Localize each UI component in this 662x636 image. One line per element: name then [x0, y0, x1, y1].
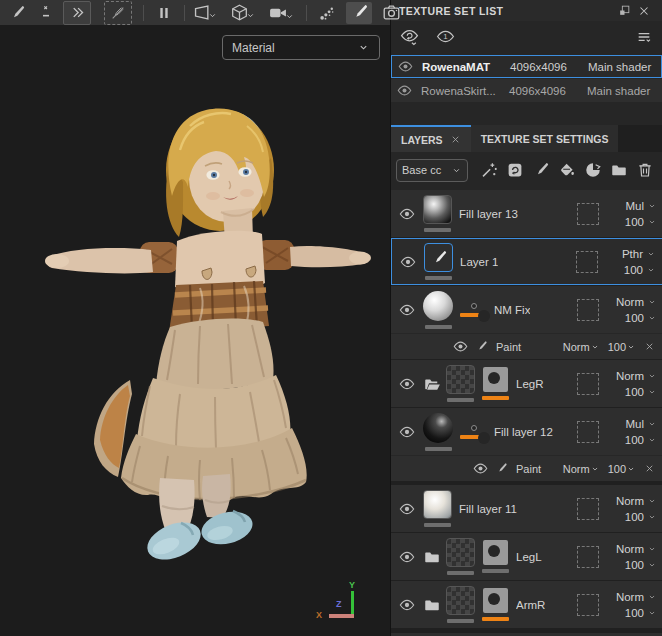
expand-tools-icon[interactable]	[63, 1, 91, 25]
close-icon[interactable]	[634, 2, 654, 20]
perspective-view-dropdown[interactable]	[192, 3, 218, 22]
remove-effect-icon[interactable]	[644, 463, 655, 474]
layer-row-legr[interactable]: LegR Norm 100	[391, 360, 662, 407]
group-mask-thumbnail[interactable]	[483, 540, 508, 565]
blend-mode-dropdown[interactable]: Norm	[616, 495, 657, 507]
axis-gizmo[interactable]: Y Z X	[316, 580, 372, 630]
blend-mode-dropdown[interactable]: Norm	[616, 296, 657, 308]
add-paint-layer-icon[interactable]	[528, 157, 554, 183]
opacity-dropdown[interactable]: 100	[625, 434, 657, 446]
group-thumbnail[interactable]	[446, 586, 475, 615]
opacity-dropdown[interactable]: 100	[608, 341, 636, 353]
add-effect-wand-icon[interactable]	[476, 157, 502, 183]
group-mask-thumbnail[interactable]	[483, 367, 508, 392]
eye-icon[interactable]	[397, 83, 412, 98]
eye-icon[interactable]	[473, 461, 488, 476]
viewport-3d[interactable]: Material Y Z X	[0, 0, 390, 636]
layer-row-fill-layer-12[interactable]: Fill layer 12 Mul 100	[391, 408, 662, 455]
eye-icon[interactable]	[453, 339, 468, 354]
geometry-view-dropdown[interactable]	[230, 3, 256, 22]
mask-slot-placeholder[interactable]	[577, 299, 599, 321]
add-fill-layer-icon[interactable]	[554, 157, 580, 183]
blend-mode-dropdown[interactable]: Mul	[625, 200, 657, 212]
layer-mask-thumbnail[interactable]	[471, 303, 477, 309]
mask-slot-placeholder[interactable]	[577, 421, 599, 443]
texture-set-row-rowenaskirt[interactable]: RowenaSkirt... 4096x4096 Main shader	[391, 79, 662, 102]
eye-icon[interactable]	[399, 549, 417, 565]
folder-icon[interactable]	[423, 548, 442, 566]
layer-row-layer-1[interactable]: Layer 1 Pthr 100	[391, 238, 662, 285]
layer-thumbnail[interactable]	[423, 195, 452, 224]
layer-row-legl[interactable]: LegL Norm 100	[391, 533, 662, 580]
layer-thumbnail[interactable]	[423, 291, 453, 321]
layer-row-nm-fix[interactable]: NM Fix Norm 100	[391, 286, 662, 333]
layer-thumbnail[interactable]	[424, 243, 453, 272]
layer-thumbnail[interactable]	[423, 413, 453, 443]
mask-slot-placeholder[interactable]	[577, 546, 599, 568]
solo-view-icon[interactable]	[435, 28, 455, 46]
opacity-dropdown[interactable]: 100	[625, 216, 657, 228]
layer-row-armr[interactable]: ArmR Norm 100	[391, 581, 662, 628]
mask-slot-placeholder[interactable]	[577, 498, 599, 520]
delete-layer-trash-icon[interactable]	[632, 157, 658, 183]
opacity-dropdown[interactable]: 100	[608, 463, 636, 475]
channel-selector-dropdown[interactable]: Base cc	[396, 159, 468, 182]
screenshot-icon[interactable]	[378, 2, 404, 24]
tab-layers[interactable]: LAYERS	[391, 125, 471, 152]
opacity-dropdown[interactable]: 100	[625, 607, 657, 619]
layer-row-fill-layer-11[interactable]: Fill layer 11 Norm 100	[391, 485, 662, 532]
visibility-sync-icon[interactable]	[399, 28, 419, 46]
eye-icon[interactable]	[400, 254, 418, 270]
mask-slot-placeholder[interactable]	[577, 373, 599, 395]
layer-row-fill-layer-13[interactable]: Fill layer 13 Mul 100	[391, 190, 662, 237]
blend-mode-dropdown[interactable]: Norm	[616, 370, 657, 382]
list-filter-icon[interactable]	[634, 28, 654, 46]
folder-icon[interactable]	[423, 596, 442, 614]
cropped-tool-icon[interactable]	[34, 2, 60, 24]
blend-mode-dropdown[interactable]: Norm	[616, 543, 657, 555]
blend-mode-dropdown[interactable]: Mul	[625, 418, 657, 430]
add-smart-mask-icon[interactable]	[580, 157, 606, 183]
blend-mode-dropdown[interactable]: Pthr	[622, 248, 656, 260]
group-mask-thumbnail[interactable]	[483, 588, 508, 613]
opacity-dropdown[interactable]: 100	[625, 511, 657, 523]
blend-mode-dropdown[interactable]: Norm	[563, 463, 600, 475]
eye-icon[interactable]	[399, 501, 417, 517]
mask-slot-placeholder[interactable]	[576, 251, 598, 273]
stencil-off-icon[interactable]	[104, 1, 132, 25]
tab-texture-set-settings[interactable]: TEXTURE SET SETTINGS	[471, 125, 619, 152]
folder-open-icon[interactable]	[423, 375, 442, 393]
layer-thumbnail[interactable]	[423, 490, 452, 519]
remove-effect-icon[interactable]	[644, 341, 655, 352]
opacity-dropdown[interactable]: 100	[625, 312, 657, 324]
group-thumbnail[interactable]	[446, 365, 475, 394]
tab-close-icon[interactable]	[450, 134, 461, 145]
layer-mask-thumbnail[interactable]	[471, 425, 477, 431]
effect-row-paint[interactable]: Paint Norm 100	[391, 333, 662, 359]
eye-icon[interactable]	[398, 59, 413, 74]
paint-tool-icon[interactable]	[4, 2, 30, 24]
blend-mode-dropdown[interactable]: Norm	[563, 341, 600, 353]
add-filter-icon[interactable]	[502, 157, 528, 183]
add-group-folder-icon[interactable]	[606, 157, 632, 183]
opacity-dropdown[interactable]: 100	[624, 264, 656, 276]
texture-set-row-rowenamat[interactable]: RowenaMAT 4096x4096 Main shader	[391, 55, 662, 78]
brush-tool-icon[interactable]	[346, 2, 372, 24]
opacity-dropdown[interactable]: 100	[625, 559, 657, 571]
eye-icon[interactable]	[399, 302, 417, 318]
pause-engine-icon[interactable]	[151, 2, 177, 24]
shading-mode-dropdown[interactable]: Material	[222, 35, 380, 60]
undock-icon[interactable]	[614, 2, 634, 20]
mask-slot-placeholder[interactable]	[577, 594, 599, 616]
eye-icon[interactable]	[399, 376, 417, 392]
group-thumbnail[interactable]	[446, 538, 475, 567]
eye-icon[interactable]	[399, 424, 417, 440]
eye-icon[interactable]	[399, 206, 417, 222]
blend-mode-dropdown[interactable]: Norm	[616, 591, 657, 603]
eye-icon[interactable]	[399, 597, 417, 613]
opacity-dropdown[interactable]: 100	[625, 386, 657, 398]
effect-row-paint[interactable]: Paint Norm 100	[391, 455, 662, 481]
particles-tool-icon[interactable]	[314, 2, 340, 24]
camera-view-dropdown[interactable]	[268, 3, 295, 23]
mask-slot-placeholder[interactable]	[577, 203, 599, 225]
